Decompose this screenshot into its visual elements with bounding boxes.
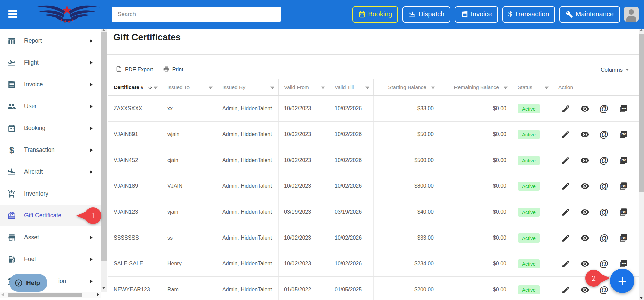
help-button[interactable]: ? Help <box>9 274 47 292</box>
sort-descending-icon[interactable] <box>148 85 153 90</box>
edit-button[interactable] <box>561 208 570 217</box>
cell-status: Active <box>512 225 553 251</box>
cell-valid-from: 10/02/2023 <box>279 225 329 251</box>
pdf-export-button[interactable]: PDF Export <box>116 66 153 74</box>
sidebar-vertical-scrollbar[interactable] <box>101 29 107 292</box>
cell-starting-balance: $500.00 <box>374 147 439 173</box>
pdf-button[interactable]: PDF <box>619 259 628 268</box>
columns-dropdown[interactable]: Columns <box>601 67 629 73</box>
column-header-issued-to[interactable]: Issued To <box>162 79 217 95</box>
email-button[interactable]: @ <box>599 156 608 165</box>
cell-starting-balance: $800.00 <box>374 173 439 199</box>
sidebar-item-user[interactable]: User <box>0 95 101 117</box>
scroll-left-icon[interactable] <box>1 293 4 296</box>
nav-invoice-button[interactable]: Invoice <box>455 6 498 23</box>
edit-button[interactable] <box>561 259 570 268</box>
column-header-status[interactable]: Status <box>512 79 553 95</box>
scroll-down-icon[interactable] <box>102 287 105 289</box>
scrollbar-thumb[interactable] <box>8 293 82 297</box>
sidebar-item-transaction[interactable]: $Transaction <box>0 139 101 161</box>
nav-booking-button[interactable]: Booking <box>352 6 398 23</box>
expand-arrow-icon <box>90 148 93 152</box>
pdf-button[interactable]: PDF <box>619 156 628 165</box>
column-header-remaining-balance[interactable]: Remaining Balance <box>439 79 512 95</box>
nav-transaction-button[interactable]: $Transaction <box>502 6 555 23</box>
filter-icon[interactable] <box>270 85 275 90</box>
scroll-up-icon[interactable] <box>102 29 105 31</box>
pdf-button[interactable]: PDF <box>619 130 628 139</box>
search-input[interactable] <box>112 7 281 22</box>
scrollbar-thumb[interactable] <box>101 32 107 261</box>
edit-button[interactable] <box>561 130 570 139</box>
cell-valid-till: 10/02/2026 <box>329 251 374 276</box>
column-header-valid-from[interactable]: Valid From <box>279 79 329 95</box>
cell-issued-by: Admin, HiddenTalent <box>217 96 279 121</box>
hamburger-menu-icon[interactable] <box>8 10 17 18</box>
print-button[interactable]: Print <box>163 66 183 74</box>
column-header-issued-by[interactable]: Issued By <box>217 79 279 95</box>
email-button[interactable]: @ <box>599 130 608 139</box>
filter-icon[interactable] <box>503 85 508 90</box>
filter-icon[interactable] <box>153 85 158 90</box>
column-header-starting-balance[interactable]: Starting Balance <box>374 79 439 95</box>
plane-landing-icon <box>7 168 16 176</box>
edit-button[interactable] <box>561 233 570 243</box>
nav-label: Booking <box>368 10 392 18</box>
pdf-button[interactable]: PDF <box>619 233 628 243</box>
edit-button[interactable] <box>561 104 570 113</box>
sidebar-item-booking[interactable]: Booking <box>0 117 101 139</box>
email-button[interactable]: @ <box>599 259 608 268</box>
view-button[interactable] <box>580 156 589 165</box>
sidebar-item-asset[interactable]: Asset <box>0 226 101 248</box>
view-button[interactable] <box>580 130 589 139</box>
sidebar-item-inventory[interactable]: Inventory <box>0 183 101 205</box>
view-button[interactable] <box>580 208 589 217</box>
cell-remaining-balance: $0.00 <box>439 199 512 225</box>
sidebar-item-report[interactable]: Report <box>0 30 101 52</box>
sidebar-item-label: Asset <box>24 234 39 241</box>
top-nav: BookingDispatchInvoice$TransactionMainte… <box>352 0 620 29</box>
column-label: Issued By <box>222 84 245 90</box>
pdf-button[interactable]: PDF <box>619 182 628 191</box>
sidebar-item-fuel[interactable]: Fuel <box>0 248 101 270</box>
cell-valid-till: 10/02/2026 <box>329 225 374 251</box>
sidebar-item-label: Fuel <box>24 256 36 263</box>
filter-icon[interactable] <box>365 85 370 90</box>
email-button[interactable]: @ <box>599 233 608 243</box>
filter-icon[interactable] <box>320 85 326 90</box>
nav-dispatch-button[interactable]: Dispatch <box>402 6 450 23</box>
email-button[interactable]: @ <box>599 104 608 113</box>
view-button[interactable] <box>580 233 589 243</box>
column-header-valid-till[interactable]: Valid Till <box>329 79 374 95</box>
edit-button[interactable] <box>561 285 570 294</box>
sidebar-horizontal-scrollbar[interactable] <box>0 292 101 298</box>
edit-button[interactable] <box>561 156 570 165</box>
sidebar-item-invoice[interactable]: Invoice <box>0 74 101 95</box>
column-label: Valid Till <box>335 84 354 90</box>
view-button[interactable] <box>580 104 589 113</box>
sidebar-item-aircraft[interactable]: Aircraft <box>0 161 101 183</box>
scrollbar-thumb[interactable] <box>639 34 644 192</box>
email-button[interactable]: @ <box>599 181 608 191</box>
page-vertical-scrollbar[interactable] <box>639 29 644 300</box>
nav-maintenance-button[interactable]: Maintenance <box>559 6 620 23</box>
column-header-action[interactable]: Action <box>553 79 639 95</box>
cell-status: Active <box>512 122 553 147</box>
pdf-button[interactable]: PDF <box>619 208 628 217</box>
view-button[interactable] <box>580 182 589 191</box>
email-button[interactable]: @ <box>599 207 608 217</box>
filter-icon[interactable] <box>208 85 213 90</box>
filter-icon[interactable] <box>430 85 436 90</box>
filter-icon[interactable] <box>544 85 549 90</box>
pdf-button[interactable]: PDF <box>619 104 628 113</box>
edit-button[interactable] <box>561 182 570 191</box>
svg-text:PDF: PDF <box>622 107 627 110</box>
scroll-right-icon[interactable] <box>97 293 99 296</box>
add-gift-certificate-button[interactable]: + <box>610 269 634 293</box>
column-header-certificate[interactable]: Certificate # <box>108 79 162 95</box>
sidebar-item-flight[interactable]: Flight <box>0 52 101 74</box>
scroll-up-icon[interactable] <box>640 29 643 31</box>
scroll-down-icon[interactable] <box>640 297 643 299</box>
view-button[interactable] <box>580 259 589 268</box>
user-avatar[interactable] <box>624 7 639 22</box>
